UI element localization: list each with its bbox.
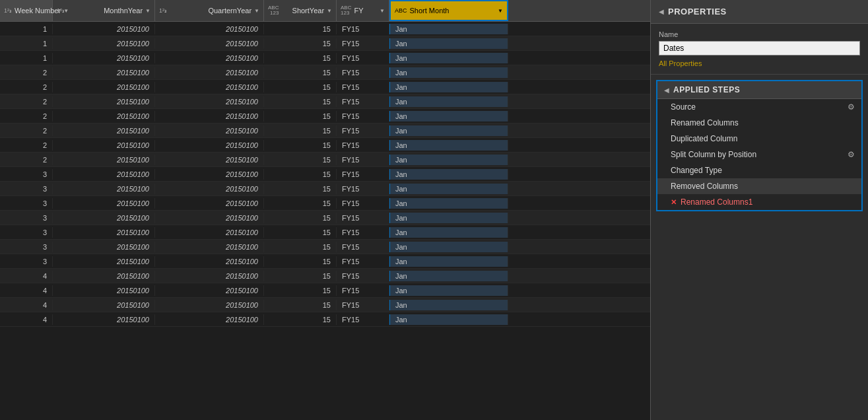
step-name: Source xyxy=(671,102,844,112)
data-cell: FY15 xyxy=(337,82,389,92)
step-error-icon: ✕ xyxy=(671,198,677,207)
table-row[interactable]: 1201501002015010015FY15Jan xyxy=(0,36,650,51)
table-row[interactable]: 4201501002015010015FY15Jan xyxy=(0,269,650,283)
applied-steps-collapse-icon[interactable]: ◀ xyxy=(664,87,669,94)
table-area: 1²₃ Week Number ▼ 1²₃ MonthnYear ▼ 1²₃ Q… xyxy=(0,0,650,420)
table-row[interactable]: 3201501002015010015FY15Jan xyxy=(0,182,650,196)
table-row[interactable]: 3201501002015010015FY15Jan xyxy=(0,196,650,211)
step-item-removed-columns[interactable]: Removed Columns xyxy=(657,178,861,194)
col-header-week[interactable]: 1²₃ Week Number ▼ xyxy=(0,0,53,21)
table-row[interactable]: 4201501002015010015FY15Jan xyxy=(0,298,650,312)
data-cell: 15 xyxy=(264,300,337,310)
table-row[interactable]: 2201501002015010015FY15Jan xyxy=(0,80,650,94)
data-cell: 15 xyxy=(264,169,337,180)
monthyear-dropdown-icon[interactable]: ▼ xyxy=(145,8,150,14)
data-cell: 20150100 xyxy=(155,198,264,209)
data-cell: 20150100 xyxy=(155,271,264,281)
fy-dropdown-icon[interactable]: ▼ xyxy=(380,8,385,14)
data-cell: 20150100 xyxy=(155,24,264,34)
data-cell: Jan xyxy=(389,169,508,180)
data-cell: Jan xyxy=(389,111,508,122)
data-cell: 20150100 xyxy=(53,140,155,151)
data-cell: 20150100 xyxy=(53,24,155,34)
data-cell: Jan xyxy=(389,82,508,92)
table-row[interactable]: 2201501002015010015FY15Jan xyxy=(0,65,650,80)
step-gear-icon[interactable]: ⚙ xyxy=(848,102,855,112)
properties-collapse-icon[interactable]: ◀ xyxy=(659,8,664,15)
data-cell: 3 xyxy=(0,227,53,238)
table-row[interactable]: 2201501002015010015FY15Jan xyxy=(0,138,650,153)
data-cell: 1 xyxy=(0,24,53,34)
table-row[interactable]: 1201501002015010015FY15Jan xyxy=(0,22,650,36)
data-cell: FY15 xyxy=(337,155,389,165)
data-cell: 20150100 xyxy=(155,140,264,151)
table-row[interactable]: 1201501002015010015FY15Jan xyxy=(0,51,650,65)
data-cell: FY15 xyxy=(337,140,389,151)
all-properties-link[interactable]: All Properties xyxy=(659,59,860,67)
data-cell: 20150100 xyxy=(53,111,155,122)
data-cell: FY15 xyxy=(337,198,389,209)
table-row[interactable]: 3201501002015010015FY15Jan xyxy=(0,211,650,225)
col-header-shortyear[interactable]: ABC123 ShortYear ▼ xyxy=(264,0,337,21)
data-cell: 2 xyxy=(0,155,53,165)
data-cell: 15 xyxy=(264,213,337,223)
step-item-renamed-columns[interactable]: Renamed Columns xyxy=(657,115,861,131)
step-item-split-column[interactable]: Split Column by Position⚙ xyxy=(657,147,861,162)
col-header-monthyear[interactable]: 1²₃ MonthnYear ▼ xyxy=(53,0,155,21)
col-header-fy[interactable]: ABC123 FY ▼ xyxy=(337,0,389,21)
col-header-quarteryear[interactable]: 1²₃ QuarternYear ▼ xyxy=(155,0,264,21)
data-cell: 20150100 xyxy=(155,285,264,296)
data-cell: 20150100 xyxy=(53,271,155,281)
data-cell: 20150100 xyxy=(155,125,264,136)
data-cell: 20150100 xyxy=(53,96,155,107)
shortyear-dropdown-icon[interactable]: ▼ xyxy=(327,8,332,14)
step-item-renamed-columns1[interactable]: ✕Renamed Columns1 xyxy=(657,194,861,210)
data-cell: 4 xyxy=(0,300,53,310)
table-row[interactable]: 4201501002015010015FY15Jan xyxy=(0,312,650,327)
data-cell: FY15 xyxy=(337,111,389,122)
data-cell: Jan xyxy=(389,300,508,310)
table-header: 1²₃ Week Number ▼ 1²₃ MonthnYear ▼ 1²₃ Q… xyxy=(0,0,650,22)
data-cell: 3 xyxy=(0,169,53,180)
step-item-duplicated-column[interactable]: Duplicated Column xyxy=(657,131,861,147)
step-item-changed-type[interactable]: Changed Type xyxy=(657,162,861,178)
data-cell: FY15 xyxy=(337,300,389,310)
table-row[interactable]: 3201501002015010015FY15Jan xyxy=(0,225,650,240)
data-cell: 20150100 xyxy=(155,227,264,238)
table-row[interactable]: 4201501002015010015FY15Jan xyxy=(0,283,650,298)
data-cell: FY15 xyxy=(337,24,389,34)
data-cell: 20150100 xyxy=(155,111,264,122)
data-cell: 2 xyxy=(0,67,53,78)
name-label: Name xyxy=(659,30,860,38)
table-row[interactable]: 3201501002015010015FY15Jan xyxy=(0,254,650,269)
data-cell: 20150100 xyxy=(155,82,264,92)
step-item-source[interactable]: Source⚙ xyxy=(657,99,861,115)
data-cell: Jan xyxy=(389,53,508,63)
shortmonth-dropdown-icon[interactable]: ▼ xyxy=(498,8,503,14)
table-row[interactable]: 3201501002015010015FY15Jan xyxy=(0,240,650,254)
col-header-shortmonth[interactable]: ABC Short Month ▼ xyxy=(389,0,508,21)
name-input[interactable] xyxy=(659,41,860,55)
table-row[interactable]: 3201501002015010015FY15Jan xyxy=(0,167,650,182)
data-cell: FY15 xyxy=(337,38,389,49)
data-cell: Jan xyxy=(389,38,508,49)
data-cell: FY15 xyxy=(337,213,389,223)
step-gear-icon[interactable]: ⚙ xyxy=(848,150,855,159)
data-cell: 15 xyxy=(264,53,337,63)
table-row[interactable]: 2201501002015010015FY15Jan xyxy=(0,153,650,167)
table-row[interactable]: 2201501002015010015FY15Jan xyxy=(0,123,650,138)
data-cell: FY15 xyxy=(337,242,389,252)
table-row[interactable]: 2201501002015010015FY15Jan xyxy=(0,109,650,123)
table-row[interactable]: 2201501002015010015FY15Jan xyxy=(0,94,650,109)
applied-steps-title: APPLIED STEPS xyxy=(673,85,740,94)
quarteryear-dropdown-icon[interactable]: ▼ xyxy=(254,8,259,14)
data-cell: 4 xyxy=(0,314,53,325)
data-cell: 15 xyxy=(264,82,337,92)
data-cell: 15 xyxy=(264,198,337,209)
data-cell: 20150100 xyxy=(53,227,155,238)
data-cell: 20150100 xyxy=(155,169,264,180)
data-cell: 15 xyxy=(264,285,337,296)
data-cell: 20150100 xyxy=(53,213,155,223)
data-cell: Jan xyxy=(389,24,508,34)
data-cell: Jan xyxy=(389,227,508,238)
